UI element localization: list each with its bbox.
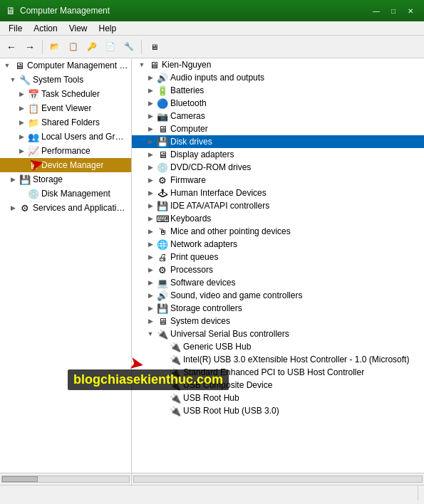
right-processors[interactable]: ▶ ⚙ Processors [132,263,424,276]
left-item-performance[interactable]: ▶ 📈 Performance [0,144,131,158]
expand-right-computer: ▶ [146,125,155,133]
icon-right-firmware: ⚙ [157,174,168,186]
icon-event-viewer: 📋 [28,103,39,114]
icon-right-audio: 🔊 [157,72,168,83]
icon-services: ⚙ [19,202,31,214]
expand-right-bluetooth: ▶ [146,99,155,107]
toolbar-btn1[interactable]: 📂 [46,38,63,56]
right-standard-enhanced[interactable]: 🔌 Standard Enhanced PCI to USB Host Cont… [132,366,424,379]
right-usb-controllers[interactable]: ▼ 🔌 Universal Serial Bus controllers [132,327,424,340]
menu-help[interactable]: Help [93,22,123,35]
right-display-adapters[interactable]: ▶ 🖥 Display adapters [132,148,424,161]
left-item-storage[interactable]: ▶ 💾 Storage [0,172,131,187]
menu-action[interactable]: Action [28,22,63,35]
expand-right-usb: ▼ [146,330,155,338]
expand-performance: ▶ [17,147,26,155]
expand-right-usb-root-hub [159,394,167,402]
left-item-root[interactable]: ▼ 🖥 Computer Management (Local [0,58,131,73]
label-right-usb-root-hub: USB Root Hub [183,393,239,403]
icon-right-processors: ⚙ [157,264,168,275]
right-batteries[interactable]: ▶ 🔋 Batteries [132,84,424,97]
right-sound[interactable]: ▶ 🔊 Sound, video and game controllers [132,289,424,302]
icon-performance: 📈 [28,145,39,157]
right-firmware[interactable]: ▶ ⚙ Firmware [132,174,424,187]
expand-right-root: ▼ [138,61,146,69]
left-item-task-scheduler[interactable]: ▶ 📅 Task Scheduler [0,87,131,101]
right-bluetooth[interactable]: ▶ 🔵 Bluetooth [132,97,424,110]
label-local-users: Local Users and Groups [41,132,128,142]
expand-task-scheduler: ▶ [17,90,26,98]
minimize-button[interactable]: — [368,4,384,18]
toolbar-btn2[interactable]: 📋 [65,38,82,56]
label-right-standard-enhanced: Standard Enhanced PCI to USB Host Contro… [183,367,364,377]
expand-right-processors: ▶ [146,266,155,274]
icon-right-bluetooth: 🔵 [157,98,168,109]
right-usb-composite[interactable]: 🔌 USB Composite Device [132,379,424,392]
right-system-devices[interactable]: ▶ 🖥 System devices [132,315,424,327]
right-usb-root-hub[interactable]: 🔌 USB Root Hub [132,392,424,404]
label-right-usb-composite: USB Composite Device [183,380,272,390]
toolbar-btn6[interactable]: 🖥 [145,38,162,56]
toolbar-btn3[interactable]: 🔑 [83,38,100,56]
expand-disk-management [17,189,26,198]
expand-system-tools: ▼ [9,75,17,84]
back-button[interactable]: ← [3,38,20,56]
expand-right-usb-composite [159,381,167,389]
label-right-disk-drives: Disk drives [170,137,212,147]
right-intel-usb[interactable]: 🔌 Intel(R) USB 3.0 eXtensible Host Contr… [132,353,424,366]
left-item-shared-folders[interactable]: ▶ 📁 Shared Folders [0,115,131,130]
right-root[interactable]: ▼ 🖥 Kien-Nguyen [132,58,424,71]
close-button[interactable]: ✕ [403,4,418,18]
label-device-manager: Device Manager [41,160,103,170]
expand-right-disk-drives: ▶ [146,137,155,146]
left-item-system-tools[interactable]: ▼ 🔧 System Tools [0,73,131,87]
label-right-usb-root-hub-30: USB Root Hub (USB 3.0) [183,406,279,416]
left-scroll-thumb[interactable] [2,476,38,482]
toolbar-btn5[interactable]: 🔧 [120,38,138,56]
expand-local-users: ▶ [17,132,26,141]
expand-right-intel-usb [159,355,167,364]
left-item-local-users[interactable]: ▶ 👥 Local Users and Groups [0,130,131,144]
right-usb-root-hub-30[interactable]: 🔌 USB Root Hub (USB 3.0) [132,404,424,417]
right-ide[interactable]: ▶ 💾 IDE ATA/ATAPI controllers [132,199,424,212]
expand-services: ▶ [9,204,17,212]
right-audio[interactable]: ▶ 🔊 Audio inputs and outputs [132,71,424,84]
left-item-event-viewer[interactable]: ▶ 📋 Event Viewer [0,101,131,115]
icon-right-mice: 🖱 [157,226,168,237]
left-item-disk-management[interactable]: 💿 Disk Management [0,187,131,201]
label-right-batteries: Batteries [170,85,204,95]
right-computer[interactable]: ▶ 🖥 Computer [132,122,424,135]
right-scrollbar[interactable] [133,476,423,483]
forward-button[interactable]: → [21,38,38,56]
toolbar-sep2 [141,40,142,54]
right-hid[interactable]: ▶ 🕹 Human Interface Devices [132,187,424,199]
maximize-button[interactable]: □ [386,4,401,18]
left-item-device-manager[interactable]: 🖥 Device Manager [0,158,131,172]
right-network[interactable]: ▶ 🌐 Network adapters [132,238,424,251]
right-print[interactable]: ▶ 🖨 Print queues [132,251,424,263]
label-task-scheduler: Task Scheduler [41,89,100,99]
icon-shared-folders: 📁 [28,117,39,128]
left-scrollbar[interactable] [1,476,130,483]
right-generic-usb-hub[interactable]: 🔌 Generic USB Hub [132,340,424,353]
title-bar: 🖥 Computer Management — □ ✕ [0,0,424,21]
icon-task-scheduler: 📅 [28,88,39,100]
menu-view[interactable]: View [63,22,93,35]
right-disk-drives[interactable]: ▶ 💾 Disk drives [132,135,424,148]
toolbar: ← → 📂 📋 🔑 📄 🔧 🖥 [0,36,424,58]
left-item-services[interactable]: ▶ ⚙ Services and Applications [0,201,131,215]
expand-right-keyboards: ▶ [146,214,155,223]
expand-right-standard-enhanced [159,368,167,377]
right-storage-controllers[interactable]: ▶ 💾 Storage controllers [132,302,424,315]
label-right-ide: IDE ATA/ATAPI controllers [170,201,269,211]
right-keyboards[interactable]: ▶ ⌨ Keyboards [132,212,424,225]
toolbar-btn4[interactable]: 📄 [102,38,119,56]
right-mice[interactable]: ▶ 🖱 Mice and other pointing devices [132,225,424,238]
icon-disk-management: 💿 [28,188,39,199]
icon-right-display-adapters: 🖥 [157,149,168,160]
icon-right-generic-usb: 🔌 [170,341,181,352]
right-cameras[interactable]: ▶ 📷 Cameras [132,110,424,122]
right-dvd[interactable]: ▶ 💿 DVD/CD-ROM drives [132,161,424,174]
right-software-devices[interactable]: ▶ 💻 Software devices [132,276,424,289]
menu-file[interactable]: File [3,22,28,35]
